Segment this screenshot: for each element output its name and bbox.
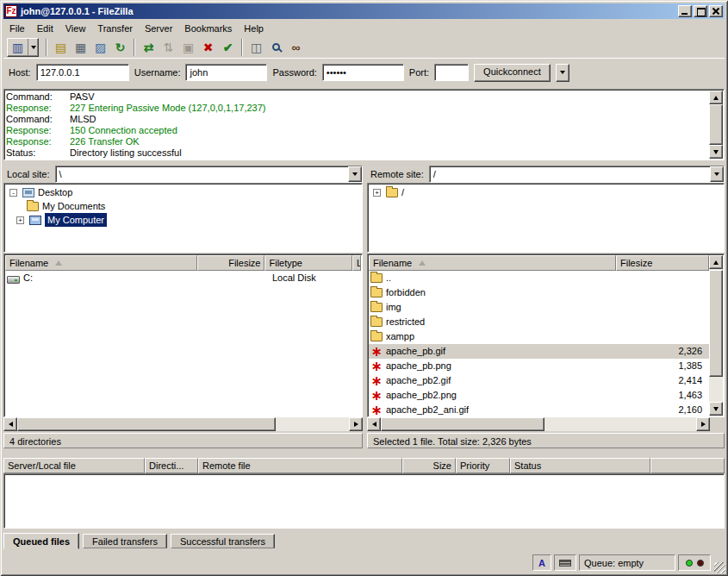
folder-icon	[370, 288, 383, 297]
remote-h-scrollbar[interactable]	[367, 417, 710, 431]
cancel-operation-button[interactable]: ✖	[198, 38, 218, 57]
tree-item-desktop[interactable]: - Desktop	[6, 185, 360, 199]
refresh-icon: ↻	[115, 41, 126, 53]
file-row[interactable]: ∗apache_pb2.gif 2,414	[369, 373, 709, 388]
maximize-button[interactable]	[694, 5, 707, 17]
host-input[interactable]	[36, 64, 129, 81]
sort-ascending-icon	[419, 260, 426, 266]
scrollbar-thumb[interactable]	[17, 417, 276, 431]
log-line: Status:Directory listing successful	[6, 147, 708, 158]
collapse-icon[interactable]: -	[9, 189, 17, 197]
column-header-filesize[interactable]: Filesize	[616, 255, 709, 271]
menu-server[interactable]: Server	[139, 22, 178, 35]
scrollbar-thumb[interactable]	[709, 270, 723, 377]
file-row[interactable]: ∗apache_pb2_ani.gif 2,160	[369, 403, 709, 416]
local-site-combobox[interactable]: \	[55, 166, 363, 183]
column-header-size[interactable]: Size	[402, 458, 456, 473]
close-button[interactable]	[709, 5, 723, 17]
file-row[interactable]: xampp	[369, 329, 709, 344]
column-header-lastmodified[interactable]: L	[352, 255, 361, 271]
checkmark-icon: ✔	[223, 41, 233, 53]
menu-bookmarks[interactable]: Bookmarks	[178, 22, 238, 35]
tree-item-root[interactable]: + /	[370, 185, 722, 199]
menu-view[interactable]: View	[59, 22, 92, 35]
column-header-direction[interactable]: Directi...	[145, 458, 198, 473]
process-queue-button[interactable]: ⇄	[139, 38, 159, 57]
expand-icon[interactable]: +	[16, 216, 24, 224]
remote-list-header: Filename Filesize	[369, 255, 709, 271]
connect-split-button[interactable]: ▥	[7, 38, 39, 57]
log-scrollbar[interactable]	[709, 91, 723, 159]
filter-button[interactable]: ∞	[286, 38, 306, 57]
search-button[interactable]	[266, 38, 286, 57]
combo-dropdown-button[interactable]	[710, 166, 724, 182]
password-input[interactable]	[322, 64, 404, 81]
scroll-left-icon	[372, 422, 376, 427]
verify-button[interactable]: ✔	[218, 38, 238, 57]
menu-transfer[interactable]: Transfer	[91, 22, 139, 35]
log-line: Command:PASV	[6, 91, 708, 103]
resize-grip[interactable]	[714, 562, 725, 573]
toggle-local-tree-button[interactable]: ▦	[71, 38, 90, 57]
file-row[interactable]: img	[369, 300, 709, 315]
remote-site-combobox[interactable]: /	[429, 166, 725, 183]
log-line: Response:150 Connection accepted	[6, 125, 708, 136]
toggle-queue-button[interactable]: ⇅	[159, 38, 178, 57]
queue-status-panel: Queue: empty	[579, 554, 675, 571]
local-site-row: Local site: \	[3, 165, 363, 184]
expand-icon[interactable]: +	[373, 189, 381, 197]
scrollbar-thumb[interactable]	[709, 104, 723, 145]
column-header-remote-file[interactable]: Remote file	[198, 458, 402, 473]
file-row[interactable]: forbidden	[369, 285, 709, 300]
quickconnect-button[interactable]: Quickconnect	[474, 64, 551, 82]
remote-v-scrollbar[interactable]	[709, 255, 723, 416]
combo-dropdown-button[interactable]	[348, 166, 362, 182]
folder-icon	[370, 317, 383, 327]
queue-list[interactable]	[3, 473, 725, 529]
quickconnect-dropdown-button[interactable]	[556, 64, 569, 82]
column-header-filename[interactable]: Filename	[369, 255, 616, 271]
file-row[interactable]: ∗apache_pb2.png 1,463	[369, 388, 709, 403]
titlebar[interactable]: Fz john@127.0.0.1 - FileZilla	[3, 3, 725, 19]
scroll-down-icon	[713, 407, 719, 411]
log-view-icon: ▤	[55, 41, 66, 53]
tab-successful-transfers[interactable]: Successful transfers	[171, 534, 275, 548]
host-label: Host:	[9, 67, 31, 78]
scrollbar-thumb[interactable]	[381, 417, 544, 431]
column-header-status[interactable]: Status	[510, 458, 650, 473]
log-lines: Command:PASV Response:227 Entering Passi…	[6, 91, 708, 158]
preview-button[interactable]: ▣	[178, 38, 198, 57]
local-site-label: Local site:	[7, 169, 50, 179]
tree-item-my-computer[interactable]: + My Computer	[6, 213, 360, 227]
preview-icon: ▣	[183, 41, 194, 53]
tab-queued-files[interactable]: Queued files	[3, 533, 79, 549]
toggle-remote-tree-button[interactable]: ▨	[90, 38, 110, 57]
username-input[interactable]	[185, 64, 267, 81]
local-list-rows: C: Local Disk	[5, 271, 361, 416]
port-input[interactable]	[434, 64, 469, 81]
compare-icon: ◫	[251, 41, 262, 53]
tab-failed-transfers[interactable]: Failed transfers	[83, 534, 167, 548]
file-row[interactable]: ..	[369, 271, 709, 285]
column-header-filename[interactable]: Filename	[5, 255, 197, 271]
column-header-filetype[interactable]: Filetype	[264, 255, 352, 271]
refresh-button[interactable]: ↻	[110, 38, 130, 57]
column-header-server-local-file[interactable]: Server/Local file	[3, 458, 145, 473]
column-header-filesize[interactable]: Filesize	[197, 255, 265, 271]
column-header-priority[interactable]: Priority	[456, 458, 510, 473]
window-title: john@127.0.0.1 - FileZilla	[21, 6, 676, 16]
file-row[interactable]: restricted	[369, 315, 709, 329]
toggle-log-button[interactable]: ▤	[51, 38, 71, 57]
file-row[interactable]: ∗apache_pb.png 1,385	[369, 359, 709, 373]
file-row-selected[interactable]: ∗apache_pb.gif 2,326	[369, 344, 709, 359]
desktop-icon	[22, 188, 34, 197]
menu-file[interactable]: File	[3, 22, 31, 35]
file-row[interactable]: C: Local Disk	[5, 271, 361, 285]
local-h-scrollbar[interactable]	[3, 417, 363, 431]
tree-item-my-documents[interactable]: My Documents	[6, 199, 360, 213]
minimize-button[interactable]	[678, 5, 692, 17]
menu-edit[interactable]: Edit	[31, 22, 59, 35]
menu-help[interactable]: Help	[238, 22, 270, 35]
connect-dropdown-button[interactable]	[28, 39, 38, 56]
compare-button[interactable]: ◫	[246, 38, 266, 57]
